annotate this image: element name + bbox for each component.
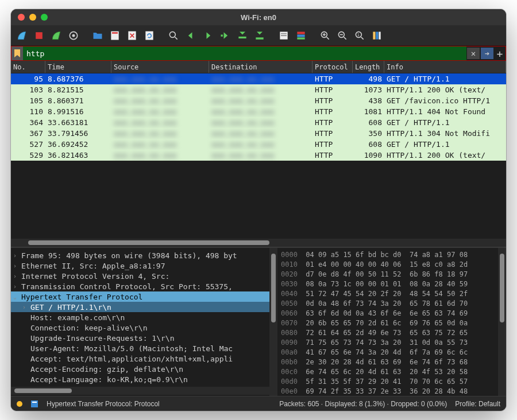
tree-node[interactable]: Accept: text/html,application/xhtml+xml,… bbox=[11, 353, 269, 364]
shark-fin-icon[interactable] bbox=[14, 28, 29, 43]
tree-node[interactable]: ›Transmission Control Protocol, Src Port… bbox=[11, 281, 269, 291]
auto-scroll-button[interactable] bbox=[276, 28, 291, 43]
tree-node[interactable]: ⌄Hypertext Transfer Protocol bbox=[11, 291, 269, 302]
packet-row[interactable]: 1058.860371xxx.xxx.xx.xxxxxx.xxx.xx.xxxH… bbox=[11, 95, 506, 106]
main-toolbar: 1 bbox=[11, 25, 506, 46]
svg-rect-10 bbox=[281, 33, 287, 34]
packet-row[interactable]: 52936.821463xxx.xxx.xx.xxxxxx.xxx.xx.xxx… bbox=[11, 150, 506, 161]
clear-filter-button[interactable]: ✕ bbox=[467, 48, 480, 59]
svg-rect-13 bbox=[297, 34, 304, 37]
packet-row[interactable]: 958.687376xxx.xxx.xx.xxxxxx.xxx.xx.xxxHT… bbox=[11, 73, 506, 84]
svg-rect-4 bbox=[112, 32, 118, 34]
add-filter-button[interactable]: + bbox=[494, 48, 506, 60]
display-filter-input[interactable] bbox=[23, 46, 466, 60]
status-bar: Hypertext Transfer Protocol: Protocol Pa… bbox=[11, 396, 506, 411]
tree-node[interactable]: Connection: keep-alive\r\n bbox=[11, 322, 269, 333]
packet-list-hscrollbar[interactable] bbox=[11, 239, 506, 247]
packet-row[interactable]: 1108.991516xxx.xxx.xx.xxxxxx.xxx.xx.xxxH… bbox=[11, 106, 506, 117]
go-back-button[interactable] bbox=[183, 28, 198, 43]
packet-bytes-hex[interactable]: 0000 04 09 a5 15 6f bd bc d0 74 a8 a1 97… bbox=[277, 248, 498, 396]
tree-node[interactable]: ›Frame 95: 498 bytes on wire (3984 bits)… bbox=[11, 250, 269, 260]
tree-node[interactable]: ›Ethernet II, Src: Apple_a8:a1:97 bbox=[11, 260, 269, 271]
packet-list-header[interactable]: No. Time Source Destination Protocol Len… bbox=[11, 61, 506, 73]
svg-point-2 bbox=[72, 34, 75, 37]
restart-capture-button[interactable] bbox=[49, 28, 64, 43]
svg-rect-14 bbox=[297, 37, 304, 39]
go-last-button[interactable] bbox=[252, 28, 267, 43]
svg-rect-11 bbox=[281, 35, 287, 36]
col-time[interactable]: Time bbox=[45, 61, 111, 73]
tree-node[interactable]: Upgrade-Insecure-Requests: 1\r\n bbox=[11, 333, 269, 343]
capture-options-button[interactable] bbox=[66, 28, 81, 43]
tree-node[interactable]: ›Internet Protocol Version 4, Src: bbox=[11, 271, 269, 281]
app-window: Wi-Fi: en0 1 ✕ ➔ + No. Time Source Desti… bbox=[11, 9, 506, 411]
packet-row[interactable]: 36433.663181xxx.xxx.xx.xxxxxx.xxx.xx.xxx… bbox=[11, 117, 506, 128]
svg-rect-8 bbox=[221, 34, 223, 36]
packet-details-tree[interactable]: ›Frame 95: 498 bytes on wire (3984 bits)… bbox=[11, 248, 269, 387]
svg-rect-21 bbox=[379, 32, 380, 39]
tree-hscrollbar[interactable] bbox=[11, 387, 269, 395]
packet-list-empty-area bbox=[11, 161, 506, 239]
display-filter-bar: ✕ ➔ + bbox=[11, 46, 506, 61]
col-length[interactable]: Length bbox=[353, 61, 384, 73]
go-first-button[interactable] bbox=[235, 28, 250, 43]
tree-vscrollbar[interactable] bbox=[269, 248, 277, 396]
status-profile[interactable]: Profile: Default bbox=[455, 400, 500, 408]
save-file-button[interactable] bbox=[107, 28, 122, 43]
close-file-button[interactable] bbox=[125, 28, 140, 43]
packet-row[interactable]: 36733.791456xxx.xxx.xx.xxxxxx.xxx.xx.xxx… bbox=[11, 128, 506, 139]
status-path: Hypertext Transfer Protocol: Protocol bbox=[47, 400, 160, 408]
hex-vscrollbar[interactable] bbox=[498, 248, 506, 396]
expert-info-icon[interactable] bbox=[17, 401, 22, 407]
titlebar[interactable]: Wi-Fi: en0 bbox=[11, 9, 506, 25]
svg-rect-6 bbox=[145, 31, 153, 40]
notebook-icon[interactable] bbox=[30, 400, 38, 408]
zoom-in-button[interactable] bbox=[318, 28, 333, 43]
tree-node[interactable]: Accept-Language: ko-KR,ko;q=0.9\r\n bbox=[11, 374, 269, 384]
svg-rect-12 bbox=[297, 32, 304, 34]
tree-node[interactable]: ›GET / HTTP/1.1\r\n bbox=[11, 302, 269, 312]
status-stats: Packets: 605 · Displayed: 8 (1.3%) · Dro… bbox=[279, 400, 447, 408]
packet-row[interactable]: 1038.821515xxx.xxx.xx.xxxxxx.xxx.xx.xxxH… bbox=[11, 84, 506, 95]
col-no[interactable]: No. bbox=[11, 61, 45, 73]
svg-rect-0 bbox=[36, 32, 43, 39]
svg-rect-23 bbox=[32, 402, 37, 403]
zoom-reset-button[interactable]: 1 bbox=[352, 28, 367, 43]
colorize-button[interactable] bbox=[294, 28, 308, 43]
zoom-out-button[interactable] bbox=[335, 28, 350, 43]
open-file-button[interactable] bbox=[90, 28, 105, 43]
window-title: Wi-Fi: en0 bbox=[11, 13, 506, 22]
find-packet-button[interactable] bbox=[166, 28, 181, 43]
tree-node[interactable]: User-Agent: Mozilla/5.0 (Macintosh; Inte… bbox=[11, 343, 269, 353]
reload-file-button[interactable] bbox=[142, 28, 157, 43]
stop-capture-button[interactable] bbox=[32, 28, 47, 43]
packet-row[interactable]: 52736.692452xxx.xxx.xx.xxxxxx.xxx.xx.xxx… bbox=[11, 139, 506, 150]
svg-rect-20 bbox=[376, 32, 378, 39]
bottom-panes: ›Frame 95: 498 bytes on wire (3984 bits)… bbox=[11, 247, 506, 396]
svg-rect-19 bbox=[373, 32, 375, 39]
svg-text:1: 1 bbox=[357, 32, 360, 37]
resize-columns-button[interactable] bbox=[369, 28, 384, 43]
apply-filter-button[interactable]: ➔ bbox=[481, 48, 493, 59]
svg-point-7 bbox=[169, 32, 175, 37]
go-forward-button[interactable] bbox=[200, 28, 215, 43]
svg-rect-22 bbox=[31, 400, 38, 407]
col-destination[interactable]: Destination bbox=[209, 61, 312, 73]
bookmark-icon[interactable] bbox=[11, 46, 23, 60]
col-info[interactable]: Info bbox=[384, 61, 506, 73]
tree-node[interactable]: Host: example.com\r\n bbox=[11, 312, 269, 322]
packet-list[interactable]: 958.687376xxx.xxx.xx.xxxxxx.xxx.xx.xxxHT… bbox=[11, 73, 506, 161]
go-to-packet-button[interactable] bbox=[218, 28, 233, 43]
col-source[interactable]: Source bbox=[111, 61, 209, 73]
tree-node[interactable]: Accept-Encoding: gzip, deflate\r\n bbox=[11, 364, 269, 374]
col-protocol[interactable]: Protocol bbox=[312, 61, 353, 73]
